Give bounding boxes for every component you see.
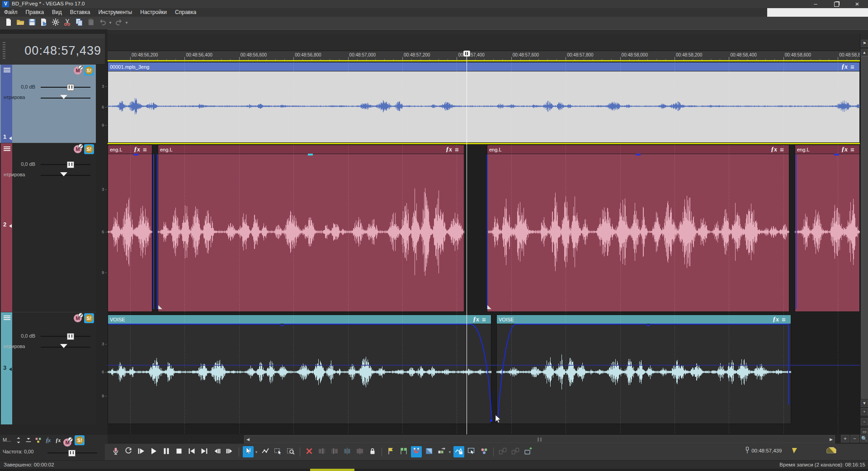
envelope-point[interactable] — [834, 154, 839, 155]
master-frequency-handle[interactable] — [68, 450, 75, 457]
volume-handle[interactable] — [67, 84, 74, 91]
vertical-zoom-out-button[interactable]: − — [861, 418, 868, 425]
envelope-point[interactable] — [133, 154, 138, 155]
render-as-icon[interactable] — [38, 17, 50, 29]
close-button[interactable]: × — [847, 0, 867, 8]
solo-button[interactable]: S! — [84, 66, 94, 75]
fx-icon[interactable]: ƒx — [53, 435, 63, 448]
timeline-zoom-in-button[interactable]: + — [841, 435, 849, 443]
scroll-right-icon[interactable]: ▶ — [830, 437, 833, 442]
restore-button[interactable] — [826, 0, 846, 8]
title-bar[interactable]: V BD_FP.veg * - VEGAS Pro 17.0 – × — [0, 0, 868, 8]
new-project-icon[interactable] — [3, 17, 14, 29]
snap-icon[interactable] — [411, 446, 422, 457]
vertical-scrollbar-thumb[interactable] — [861, 56, 868, 399]
selection-tool-icon[interactable] — [273, 446, 283, 457]
playhead-marker[interactable] — [463, 51, 470, 57]
pan-handle[interactable] — [60, 95, 67, 99]
ungroup-icon[interactable] — [510, 446, 521, 457]
zoom-tool-icon[interactable] — [285, 446, 296, 457]
scroll-left-icon[interactable]: ◀ — [246, 437, 250, 442]
envelope-point[interactable] — [636, 154, 641, 155]
menu-Вид[interactable]: Вид — [48, 8, 66, 16]
trim-adjacent-icon[interactable] — [354, 446, 365, 457]
fx-bypass-icon[interactable]: ƒx — [43, 435, 53, 448]
ripple-edit-dropdown[interactable]: ▼ — [448, 446, 453, 454]
volume-slider[interactable] — [41, 336, 90, 337]
cursor-position-display[interactable]: 00:48:57,439 — [745, 447, 836, 454]
timeline[interactable]: 00:48:56,20000:48:56,40000:48:56,60000:4… — [108, 34, 860, 434]
mute-button[interactable]: М — [74, 145, 82, 153]
split-icon[interactable] — [342, 446, 353, 457]
edit-tool-dropdown[interactable]: ▼ — [255, 446, 259, 454]
track-header-3[interactable]: 3 М S!0,0 dB нтрирова — [0, 312, 96, 424]
track-menu-icon[interactable] — [4, 68, 10, 73]
play-icon[interactable] — [148, 446, 159, 457]
timeline-zoom-out-button[interactable]: − — [850, 435, 859, 443]
cursor-selection-icon[interactable] — [466, 446, 477, 457]
event-grip[interactable] — [487, 305, 491, 309]
stop-icon[interactable] — [174, 446, 184, 457]
scroll-up-button[interactable]: ▲ — [861, 49, 868, 56]
solo-button[interactable]: S! — [84, 313, 94, 323]
trim-end-icon[interactable] — [329, 446, 340, 457]
insert-region-icon[interactable] — [398, 446, 409, 457]
envelope-tool-icon[interactable] — [260, 446, 271, 457]
track-list-splitter[interactable] — [0, 34, 105, 38]
group-icon[interactable] — [497, 446, 508, 457]
lock-event-icon[interactable] — [367, 446, 378, 457]
vertical-zoom-in-button[interactable]: + — [861, 408, 868, 415]
timeline-zoom-tool-button[interactable]: 🔍 — [860, 435, 868, 443]
menu-Файл[interactable]: Файл — [0, 8, 22, 16]
menu-Настройки[interactable]: Настройки — [136, 8, 171, 16]
volume-handle[interactable] — [67, 161, 74, 168]
volume-slider[interactable] — [41, 87, 90, 88]
expand-icon[interactable] — [14, 435, 24, 448]
time-ruler[interactable]: 00:48:56,20000:48:56,40000:48:56,60000:4… — [108, 51, 860, 61]
marker-bar[interactable] — [108, 34, 860, 51]
mute-button[interactable]: М — [74, 66, 82, 75]
marker-tool-button[interactable]: ⚑ — [861, 40, 868, 47]
pan-handle[interactable] — [60, 172, 67, 176]
bus-color-icon[interactable] — [33, 435, 43, 448]
track-color-strip[interactable]: 1 — [1, 65, 12, 143]
volume-envelope[interactable] — [498, 324, 788, 422]
previous-frame-icon[interactable] — [212, 446, 222, 457]
track-header-1[interactable]: 1 М S!0,0 dB нтрирова — [0, 64, 96, 143]
horizontal-scrollbar-thumb[interactable]: ◀ ▶ — [244, 435, 835, 443]
track-menu-icon[interactable] — [4, 316, 10, 321]
go-to-end-icon[interactable] — [199, 446, 210, 457]
record-icon[interactable] — [110, 446, 121, 457]
time-display[interactable]: 00:48:57,439 — [0, 38, 105, 65]
redo-icon[interactable] — [113, 17, 125, 29]
minimize-button[interactable]: – — [806, 0, 826, 8]
envelope-point[interactable] — [490, 419, 492, 422]
add-keyframe-icon[interactable] — [523, 446, 533, 457]
menu-Справка[interactable]: Справка — [171, 8, 200, 16]
project-properties-icon[interactable] — [50, 17, 61, 29]
time-display-grip[interactable] — [3, 42, 5, 60]
save-project-icon[interactable] — [26, 17, 38, 29]
cut-icon[interactable] — [61, 17, 73, 29]
solo-button[interactable]: S! — [84, 144, 94, 154]
menu-Инструменты[interactable]: Инструменты — [94, 8, 136, 16]
playhead-line[interactable] — [467, 51, 467, 434]
pause-icon[interactable] — [161, 446, 172, 457]
track-menu-icon[interactable] — [4, 146, 10, 152]
menu-Вставка[interactable]: Вставка — [66, 8, 94, 16]
loop-playback-icon[interactable] — [123, 446, 134, 457]
auto-crossfade-icon[interactable] — [424, 446, 434, 457]
track-color-strip[interactable]: 3 — [1, 312, 12, 424]
ripple-edit-icon[interactable] — [436, 446, 447, 457]
master-mute-button[interactable]: М — [63, 438, 71, 447]
delete-icon[interactable] — [304, 446, 315, 457]
paste-icon[interactable] — [85, 17, 97, 29]
trim-start-icon[interactable] — [316, 446, 327, 457]
envelope-point[interactable] — [308, 154, 313, 155]
lock-envelopes-icon[interactable] — [453, 446, 464, 457]
open-project-icon[interactable] — [14, 17, 26, 29]
next-frame-icon[interactable] — [224, 446, 235, 457]
undo-dropdown[interactable]: ▼ — [108, 17, 113, 25]
master-solo-button[interactable]: S! — [75, 435, 85, 445]
track-color-strip[interactable]: 2 — [1, 143, 12, 312]
